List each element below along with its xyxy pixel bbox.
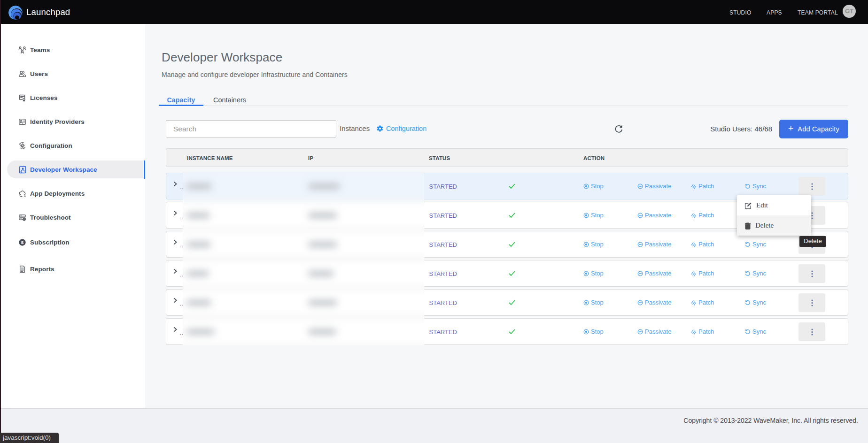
svg-text:$: $ xyxy=(21,240,24,245)
